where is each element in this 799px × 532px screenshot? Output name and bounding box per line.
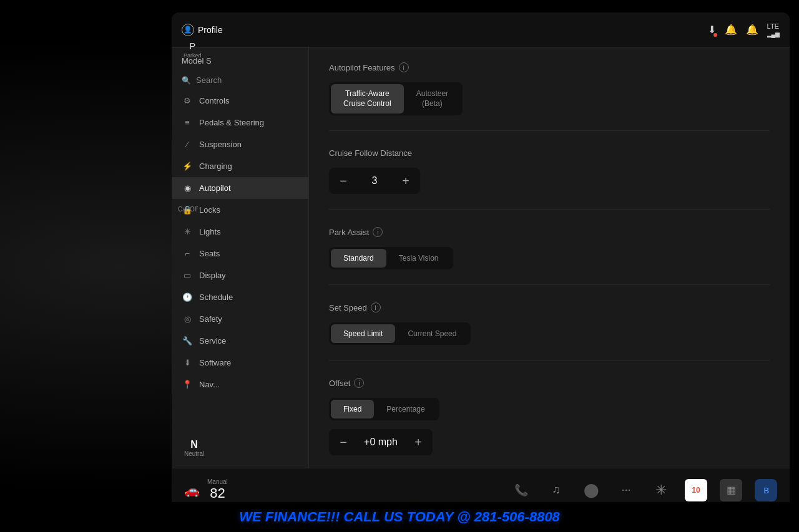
charging-icon: ⚡ bbox=[182, 162, 193, 171]
schedule-label: Schedule bbox=[199, 293, 233, 302]
software-icon: ⬇ bbox=[182, 358, 193, 367]
schedule-icon: 🕐 bbox=[182, 293, 193, 302]
sidebar-item-service[interactable]: 🔧 Service bbox=[172, 330, 308, 352]
alert-bell-icon[interactable]: 🔔 bbox=[746, 24, 758, 36]
set-speed-title: Set Speed i bbox=[329, 302, 770, 312]
bell-icon[interactable]: 🔔 bbox=[725, 24, 737, 36]
profile-icon: 👤 bbox=[182, 24, 194, 36]
offset-decrease-btn[interactable]: − bbox=[331, 431, 356, 453]
set-speed-info[interactable]: i bbox=[371, 302, 381, 312]
sidebar-item-navpreview[interactable]: 📍 Nav... bbox=[172, 374, 308, 395]
sidebar-item-autopilot[interactable]: ◉ Autopilot bbox=[172, 177, 308, 199]
sidebar-item-safety[interactable]: ◎ Safety bbox=[172, 308, 308, 330]
suspension-label: Suspension bbox=[199, 140, 242, 149]
sidebar-search[interactable]: 🔍 Search bbox=[172, 70, 308, 90]
taskbar-car-icon[interactable]: 🚗 bbox=[184, 483, 200, 498]
parked-label: Parked bbox=[184, 52, 202, 59]
park-assist-toggle: Standard Tesla Vision bbox=[329, 247, 453, 269]
speed-label: Manual bbox=[207, 478, 228, 485]
cruise-follow-section: Cruise Follow Distance − 3 + bbox=[329, 148, 770, 210]
profile-section[interactable]: 👤 Profile bbox=[182, 24, 223, 36]
sidebar-item-pedals[interactable]: ≡ Pedals & Steering bbox=[172, 112, 308, 133]
tacc-btn[interactable]: Traffic-AwareCruise Control bbox=[331, 84, 404, 114]
car-off-label: Car Off bbox=[178, 206, 198, 213]
sidebar: Model S 🔍 Search ⚙ Controls ≡ Pedals & S… bbox=[172, 47, 309, 468]
autopilot-features-title: Autopilot Features i bbox=[329, 62, 770, 72]
top-bar-left: 👤 Profile bbox=[182, 24, 319, 36]
autopilot-icon: ◉ bbox=[182, 183, 193, 193]
speed-limit-btn[interactable]: Speed Limit bbox=[331, 324, 395, 343]
offset-value: +0 mph bbox=[356, 437, 406, 448]
current-speed-btn[interactable]: Current Speed bbox=[395, 324, 469, 343]
sidebar-item-seats[interactable]: ⌐ Seats bbox=[172, 243, 308, 264]
display-label: Display bbox=[199, 271, 226, 280]
autopilot-label: Autopilot bbox=[199, 183, 231, 193]
camera-icon[interactable]: ⬤ bbox=[580, 479, 602, 501]
suspension-icon: ∕ bbox=[182, 140, 193, 149]
safety-icon: ◎ bbox=[182, 314, 193, 324]
cruise-value: 3 bbox=[356, 175, 393, 186]
sidebar-item-software[interactable]: ⬇ Software bbox=[172, 352, 308, 374]
autopilot-features-info[interactable]: i bbox=[399, 62, 409, 72]
sidebar-item-lights[interactable]: ✳ Lights bbox=[172, 221, 308, 243]
search-label: Search bbox=[196, 75, 222, 85]
top-bar-icons: ⬇ 🔔 🔔 LTE▂▄▆ bbox=[708, 22, 780, 37]
more-icon[interactable]: ··· bbox=[615, 479, 637, 501]
lights-label: Lights bbox=[199, 227, 221, 236]
taskbar-left: 🚗 Manual 82 bbox=[184, 478, 228, 501]
autopilot-features-toggle: Traffic-AwareCruise Control Autosteer(Be… bbox=[329, 82, 463, 115]
files-app[interactable]: ▦ bbox=[720, 479, 742, 501]
sidebar-item-controls[interactable]: ⚙ Controls bbox=[172, 90, 308, 112]
lights-icon: ✳ bbox=[182, 227, 193, 236]
taskbar-icons: 📞 ♫ ⬤ ··· ✳ 10 ▦ ʙ bbox=[510, 479, 777, 501]
offset-percentage-btn[interactable]: Percentage bbox=[374, 400, 437, 418]
display-icon: ▭ bbox=[182, 271, 193, 280]
main-content: Model S 🔍 Search ⚙ Controls ≡ Pedals & S… bbox=[172, 47, 790, 468]
content-panel: Autopilot Features i Traffic-AwareCruise… bbox=[309, 47, 790, 468]
gear-status: P Parked bbox=[184, 41, 202, 59]
park-assist-info[interactable]: i bbox=[373, 227, 383, 237]
cruise-follow-title: Cruise Follow Distance bbox=[329, 148, 770, 158]
offset-section: Offset i Fixed Percentage − +0 mph + bbox=[329, 378, 770, 468]
taskbar-speed: Manual 82 bbox=[207, 478, 228, 501]
top-bar: 👤 Profile ⬇ 🔔 🔔 LTE▂▄▆ bbox=[172, 12, 790, 47]
lte-icon: LTE▂▄▆ bbox=[767, 22, 780, 37]
cruise-decrease-btn[interactable]: − bbox=[331, 170, 356, 192]
cruise-increase-btn[interactable]: + bbox=[393, 170, 418, 192]
ad-banner: WE FINANCE!!! CALL US TODAY @ 281-506-88… bbox=[0, 502, 799, 532]
offset-toggle: Fixed Percentage bbox=[329, 398, 439, 420]
software-label: Software bbox=[199, 358, 231, 367]
locks-label: Locks bbox=[199, 205, 220, 215]
neutral-letter: N bbox=[190, 439, 198, 450]
calendar-app[interactable]: 10 bbox=[685, 479, 707, 501]
offset-info[interactable]: i bbox=[354, 378, 364, 388]
park-assist-section: Park Assist i Standard Tesla Vision bbox=[329, 227, 770, 285]
speed-value: 82 bbox=[210, 485, 225, 501]
phone-icon[interactable]: 📞 bbox=[510, 479, 532, 501]
sidebar-item-schedule[interactable]: 🕐 Schedule bbox=[172, 286, 308, 308]
service-icon: 🔧 bbox=[182, 336, 193, 346]
navpreview-icon: 📍 bbox=[182, 380, 193, 389]
navpreview-label: Nav... bbox=[199, 380, 220, 389]
offset-stepper: − +0 mph + bbox=[329, 429, 433, 455]
park-tesla-vision-btn[interactable]: Tesla Vision bbox=[386, 249, 451, 268]
autopilot-features-section: Autopilot Features i Traffic-AwareCruise… bbox=[329, 62, 770, 131]
sidebar-item-display[interactable]: ▭ Display bbox=[172, 264, 308, 286]
autosteer-btn[interactable]: Autosteer(Beta) bbox=[404, 84, 461, 114]
download-icon[interactable]: ⬇ bbox=[708, 24, 716, 36]
park-standard-btn[interactable]: Standard bbox=[331, 249, 386, 268]
bluetooth-app[interactable]: ʙ bbox=[755, 479, 777, 501]
cruise-follow-stepper: − 3 + bbox=[329, 168, 420, 194]
profile-label: Profile bbox=[198, 25, 223, 35]
sidebar-item-suspension[interactable]: ∕ Suspension bbox=[172, 133, 308, 155]
search-icon: 🔍 bbox=[182, 76, 191, 85]
sidebar-item-charging[interactable]: ⚡ Charging bbox=[172, 155, 308, 177]
set-speed-section: Set Speed i Speed Limit Current Speed bbox=[329, 302, 770, 360]
offset-increase-btn[interactable]: + bbox=[406, 431, 431, 453]
fan-icon[interactable]: ✳ bbox=[650, 479, 672, 501]
music-icon[interactable]: ♫ bbox=[545, 479, 567, 501]
offset-fixed-btn[interactable]: Fixed bbox=[331, 400, 374, 418]
service-label: Service bbox=[199, 336, 226, 346]
gear-p-label: P bbox=[189, 41, 195, 51]
ad-text: WE FINANCE!!! CALL US TODAY @ 281-506-88… bbox=[239, 509, 560, 525]
